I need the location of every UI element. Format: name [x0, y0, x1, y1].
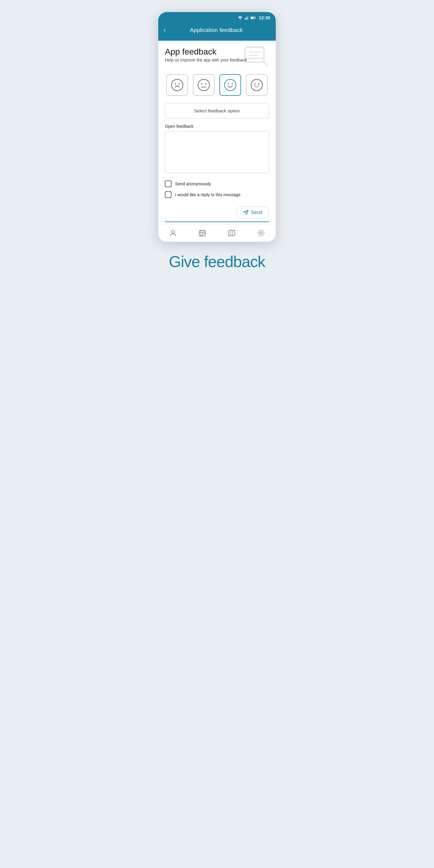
feedback-watermark-icon: [243, 45, 273, 72]
svg-point-11: [172, 79, 183, 91]
wifi-icon: [238, 16, 243, 20]
svg-rect-8: [245, 47, 264, 62]
status-bar: 12:30: [158, 12, 276, 22]
battery-icon: [250, 16, 256, 20]
svg-point-13: [179, 83, 180, 84]
status-icons: 12:30: [238, 15, 270, 20]
reply-checkbox-row: I would like a reply to this message: [165, 191, 269, 198]
feedback-option-select[interactable]: Select feedback option: [165, 103, 269, 119]
emoji-sad[interactable]: [166, 74, 188, 96]
nav-settings[interactable]: [253, 228, 269, 238]
svg-point-14: [198, 79, 210, 91]
page-title: App feedback: [165, 47, 247, 57]
svg-rect-2: [246, 18, 246, 20]
svg-point-21: [251, 79, 262, 91]
emoji-happy[interactable]: [246, 74, 268, 96]
send-icon: [243, 210, 249, 215]
svg-point-0: [240, 19, 241, 20]
send-label: Send: [251, 210, 262, 215]
map-icon: [228, 229, 236, 237]
page-subtitle: Help us improve the app with your feedba…: [165, 57, 247, 63]
emoji-rating-row: [165, 74, 269, 96]
svg-rect-30: [202, 233, 203, 234]
give-feedback-label: Give feedback: [169, 253, 265, 277]
svg-rect-1: [244, 19, 245, 20]
reply-label: I would like a reply to this message: [175, 192, 241, 197]
svg-point-36: [260, 232, 262, 234]
send-row: Send: [165, 202, 269, 222]
reply-checkbox[interactable]: [165, 191, 172, 198]
anonymous-checkbox-row: Send anonymously: [165, 181, 269, 187]
svg-rect-33: [202, 235, 203, 236]
nav-calendar[interactable]: [195, 228, 210, 238]
header-title: Application feedback: [172, 27, 261, 33]
open-feedback-textarea[interactable]: [165, 131, 269, 173]
anonymous-checkbox[interactable]: [165, 181, 172, 187]
svg-rect-32: [200, 235, 201, 236]
nav-map[interactable]: [224, 228, 239, 238]
svg-point-19: [228, 83, 229, 84]
calendar-icon: [198, 229, 206, 237]
svg-point-12: [175, 83, 176, 84]
back-button[interactable]: ‹: [164, 25, 168, 35]
select-placeholder: Select feedback option: [194, 108, 240, 113]
svg-rect-3: [247, 17, 247, 20]
main-content: App feedback Help us improve the app wit…: [158, 41, 276, 224]
svg-point-22: [254, 83, 255, 84]
svg-rect-7: [251, 17, 254, 19]
nav-profile[interactable]: [165, 228, 181, 238]
bottom-nav: [158, 224, 276, 242]
settings-icon: [257, 229, 265, 237]
svg-point-23: [258, 83, 259, 84]
svg-point-20: [232, 83, 233, 84]
status-time: 12:30: [259, 15, 270, 20]
open-feedback-label: Open feedback: [165, 124, 269, 129]
app-header: ‹ Application feedback: [158, 22, 276, 41]
emoji-smile[interactable]: [219, 74, 241, 96]
send-button[interactable]: Send: [236, 207, 269, 218]
svg-rect-31: [204, 233, 204, 234]
svg-rect-29: [200, 233, 201, 234]
emoji-neutral[interactable]: [193, 74, 215, 96]
svg-point-18: [224, 79, 236, 91]
phone-frame: 12:30 ‹ Application feedback App feedbac…: [158, 12, 276, 242]
profile-icon: [169, 229, 177, 237]
svg-rect-6: [255, 17, 255, 18]
svg-point-24: [172, 230, 175, 233]
signal-icon: [244, 16, 249, 20]
svg-rect-4: [248, 16, 248, 20]
anonymous-label: Send anonymously: [175, 181, 211, 186]
svg-point-15: [201, 83, 203, 84]
svg-point-16: [205, 83, 207, 84]
